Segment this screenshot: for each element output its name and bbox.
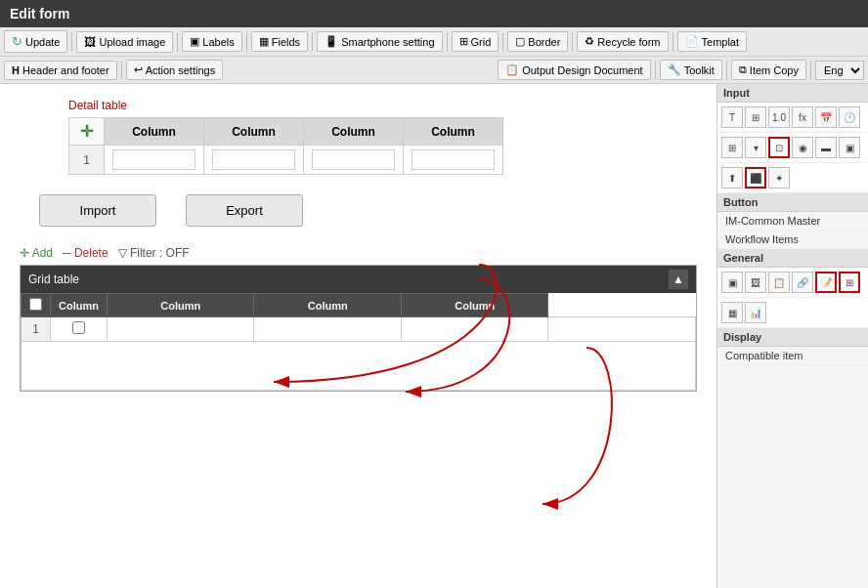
filter-icon: ▽ (118, 246, 127, 260)
table-row (22, 342, 696, 391)
divider (673, 32, 673, 52)
fields-button[interactable]: ▦ Fields (251, 31, 308, 52)
im-common-item[interactable]: IM-Common Master (717, 212, 868, 231)
tk-gen-8[interactable]: 📊 (745, 302, 766, 323)
smartphone-setting-button[interactable]: 📱 Smartphone setting (317, 31, 442, 52)
grid-empty-1 (22, 342, 696, 391)
tk-icon-6[interactable]: 🕐 (839, 106, 860, 128)
recycle-form-button[interactable]: ♻ Recycle form (577, 31, 668, 52)
tk-icon-12[interactable]: ▣ (839, 137, 860, 158)
compatible-item[interactable]: Compatible item (717, 347, 868, 365)
tk-icon-10[interactable]: ◉ (792, 137, 813, 158)
grid-section: ✛ Add ─ Delete ▽ Filter : OFF Grid table… (20, 246, 697, 392)
divider (177, 32, 178, 52)
add-column-icon[interactable]: ✛ (80, 123, 93, 140)
tk-icon-3[interactable]: 1.0 (768, 106, 790, 128)
template-button[interactable]: 📄 Templat (677, 31, 748, 52)
tk-gen-3[interactable]: 📋 (768, 272, 790, 293)
tk-icon-13[interactable]: ⬆ (721, 167, 743, 189)
tk-icon-4[interactable]: fx (792, 106, 813, 128)
form-area: Detail table ✛ Column Column Column Colu… (0, 84, 716, 588)
detail-cell-1-1 (105, 146, 204, 175)
grid-filter-btn[interactable]: ▽ Filter : OFF (118, 246, 190, 260)
detail-cell-1-4 (404, 146, 503, 175)
tk-icon-7[interactable]: ⊞ (721, 137, 743, 158)
grid-col-header-1: Column (51, 294, 108, 317)
tk-gen-4[interactable]: 🔗 (792, 272, 813, 293)
tk-gen-5-highlighted[interactable]: 📝 (815, 272, 837, 293)
toolbar-row1: ↻ Update 🖼 Upload image ▣ Labels ▦ Field… (0, 27, 868, 57)
refresh-icon: ↻ (12, 34, 22, 49)
tk-icon-2[interactable]: ⊞ (745, 106, 766, 128)
tk-gen-6-highlighted[interactable]: ⊞ (839, 272, 860, 293)
output-design-button[interactable]: 📋 Output Design Document (498, 60, 651, 80)
button-section-header: Button (717, 193, 868, 212)
action-settings-button[interactable]: ↩ Action settings (126, 60, 224, 80)
language-select[interactable]: Eng (815, 61, 864, 80)
row-number-1: 1 (69, 146, 105, 175)
toolkit-panel: Input T ⊞ 1.0 fx 📅 🕐 ⊞ ▾ ⊡ ◉ ▬ ▣ ⬆ ⬛ ✦ B… (716, 84, 868, 588)
detail-table-section: Detail table ✛ Column Column Column Colu… (68, 99, 697, 175)
tk-icon-1[interactable]: T (721, 106, 743, 128)
label-icon: ▣ (190, 35, 199, 48)
tk-icon-9-highlighted[interactable]: ⊡ (768, 137, 790, 158)
labels-button[interactable]: ▣ Labels (182, 31, 241, 52)
toolkit-button[interactable]: 🔧 Toolkit (660, 60, 722, 80)
grid-controls: ✛ Add ─ Delete ▽ Filter : OFF (20, 246, 697, 260)
tk-icon-8[interactable]: ▾ (745, 137, 766, 158)
minus-icon: ─ (63, 246, 71, 260)
input-icons-row3: ⬆ ⬛ ✦ (717, 163, 868, 193)
grid-table-header: Grid table ▲ (21, 266, 696, 293)
divider (447, 32, 448, 52)
divider (655, 61, 656, 80)
border-button[interactable]: ▢ Border (507, 31, 568, 52)
grid-cell-1-2 (254, 317, 402, 342)
page-title: Edit form (10, 6, 69, 21)
divider (572, 32, 573, 52)
detail-cell-1-2 (204, 146, 304, 175)
detail-col-header-3: Column (304, 118, 404, 146)
detail-input-1-1[interactable] (112, 149, 195, 170)
row-checkbox-1[interactable] (72, 321, 85, 334)
detail-input-1-3[interactable] (312, 149, 395, 170)
grid-add-btn[interactable]: ✛ Add (20, 246, 53, 260)
upload-icon: 🖼 (84, 35, 96, 49)
update-button[interactable]: ↻ Update (4, 30, 67, 53)
tk-icon-15[interactable]: ✦ (768, 167, 790, 189)
input-icons-row2: ⊞ ▾ ⊡ ◉ ▬ ▣ (717, 133, 868, 163)
detail-input-1-4[interactable] (412, 149, 495, 170)
grid-row-num-1: 1 (22, 317, 51, 342)
grid-col-header-2: Column (107, 294, 254, 317)
grid-table-wrapper: Grid table ▲ Column Column Column Column (20, 265, 697, 392)
tk-icon-5[interactable]: 📅 (815, 106, 837, 128)
grid-cell-1-3 (401, 317, 548, 342)
tk-icon-11[interactable]: ▬ (815, 137, 837, 158)
grid-check-header (22, 294, 51, 317)
import-button[interactable]: Import (39, 194, 156, 227)
display-section-header: Display (717, 328, 868, 347)
detail-input-1-2[interactable] (212, 149, 295, 170)
grid-delete-btn[interactable]: ─ Delete (63, 246, 108, 260)
divider (246, 32, 247, 52)
divider (71, 32, 72, 52)
title-bar: Edit form (0, 0, 868, 27)
workflow-item[interactable]: Workflow Items (717, 231, 868, 249)
divider (121, 61, 122, 80)
detail-col-header-1: Column (105, 118, 204, 146)
input-section-header: Input (717, 84, 868, 103)
upload-image-button[interactable]: 🖼 Upload image (76, 31, 173, 53)
scroll-up-button[interactable]: ▲ (669, 270, 688, 289)
general-section-header: General (717, 249, 868, 268)
grid-table: Column Column Column Column 1 (21, 293, 696, 391)
tk-gen-1[interactable]: ▣ (721, 272, 743, 293)
item-copy-button[interactable]: ⧉ Item Copy (731, 60, 806, 80)
select-all-checkbox[interactable] (29, 298, 42, 311)
template-icon: 📄 (685, 35, 699, 48)
grid-button[interactable]: ⊞ Grid (452, 31, 499, 52)
export-button[interactable]: Export (186, 194, 303, 227)
tk-gen-7[interactable]: ▦ (721, 302, 743, 323)
tk-icon-14-highlighted[interactable]: ⬛ (745, 167, 766, 189)
tk-gen-2[interactable]: 🖼 (745, 272, 766, 293)
plus-icon: ✛ (20, 246, 29, 260)
header-footer-button[interactable]: H Header and footer (4, 61, 117, 80)
